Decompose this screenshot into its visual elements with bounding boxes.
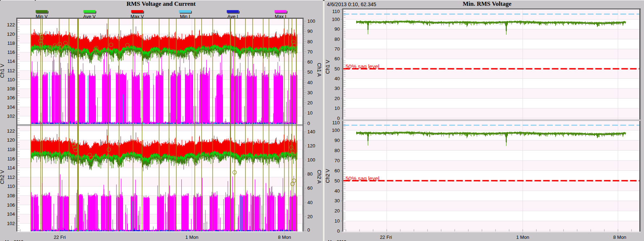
svg-text:30: 30 <box>334 198 340 203</box>
svg-text:60: 60 <box>334 168 340 173</box>
svg-text:110: 110 <box>332 9 340 14</box>
svg-text:10: 10 <box>307 110 312 116</box>
svg-text:0: 0 <box>337 228 340 234</box>
svg-text:80: 80 <box>334 36 340 42</box>
svg-text:Min V: Min V <box>35 14 48 19</box>
svg-text:60: 60 <box>307 185 312 191</box>
svg-text:50: 50 <box>307 69 312 75</box>
svg-text:Ch2 V: Ch2 V <box>325 169 331 183</box>
svg-text:110: 110 <box>7 184 15 189</box>
svg-text:1 Mon: 1 Mon <box>516 234 529 240</box>
svg-text:116: 116 <box>7 156 15 162</box>
svg-text:50: 50 <box>334 66 340 72</box>
svg-text:40: 40 <box>307 200 312 205</box>
svg-text:122: 122 <box>7 22 15 27</box>
svg-text:50: 50 <box>334 178 340 184</box>
svg-text:90: 90 <box>334 138 340 143</box>
svg-text:Min I: Min I <box>180 14 190 19</box>
svg-text:122: 122 <box>7 128 15 134</box>
svg-text:70: 70 <box>334 46 340 52</box>
svg-text:80: 80 <box>307 171 312 177</box>
svg-text:40: 40 <box>307 80 312 85</box>
svg-text:20: 20 <box>334 96 340 101</box>
svg-text:108: 108 <box>7 193 15 198</box>
svg-text:60: 60 <box>307 59 312 65</box>
svg-text:20: 20 <box>307 100 312 106</box>
svg-text:10: 10 <box>334 106 340 111</box>
svg-text:114: 114 <box>7 165 15 171</box>
svg-text:114: 114 <box>7 59 15 64</box>
svg-text:102: 102 <box>7 113 15 119</box>
svg-text:110: 110 <box>7 77 15 82</box>
svg-text:Min. RMS Voltage: Min. RMS Voltage <box>463 0 512 7</box>
svg-text:80: 80 <box>307 39 312 44</box>
svg-text:10: 10 <box>334 218 340 224</box>
svg-text:120: 120 <box>307 143 315 149</box>
svg-text:20: 20 <box>334 208 340 214</box>
svg-text:118: 118 <box>7 40 15 46</box>
svg-text:120: 120 <box>7 31 15 37</box>
svg-text:90: 90 <box>307 29 312 34</box>
svg-text:80: 80 <box>334 148 340 153</box>
svg-text:70: 70 <box>334 158 340 163</box>
svg-text:100: 100 <box>332 128 340 133</box>
svg-text:102: 102 <box>7 221 15 226</box>
svg-text:Max V: Max V <box>131 14 144 19</box>
svg-text:100: 100 <box>307 18 315 24</box>
svg-text:Ch2 A: Ch2 A <box>316 170 322 184</box>
svg-text:Mar 2013: Mar 2013 <box>5 240 24 241</box>
svg-text:118: 118 <box>7 147 15 152</box>
svg-text:140: 140 <box>307 129 315 134</box>
svg-text:8 Mon: 8 Mon <box>613 234 626 240</box>
svg-text:Ch1 V: Ch1 V <box>0 64 5 78</box>
svg-text:116: 116 <box>7 50 15 55</box>
svg-text:60: 60 <box>334 56 340 61</box>
svg-text:Ave I: Ave I <box>227 14 238 19</box>
svg-text:0: 0 <box>307 121 310 126</box>
svg-text:104: 104 <box>7 104 15 110</box>
svg-text:22 Fri: 22 Fri <box>380 234 392 240</box>
svg-text:20: 20 <box>307 214 312 219</box>
svg-text:100: 100 <box>332 17 340 22</box>
svg-text:40: 40 <box>334 76 340 81</box>
svg-text:RMS Voltage and Current: RMS Voltage and Current <box>127 0 196 7</box>
svg-text:Mar 2013: Mar 2013 <box>328 240 346 241</box>
svg-text:Ch1 V: Ch1 V <box>325 60 331 74</box>
svg-text:112: 112 <box>7 68 15 73</box>
svg-text:8 Mon: 8 Mon <box>278 234 291 240</box>
svg-text:Ch2 V: Ch2 V <box>0 170 5 184</box>
svg-text:22 Fri: 22 Fri <box>54 234 66 240</box>
svg-text:70: 70 <box>307 49 312 55</box>
svg-text:Ave V: Ave V <box>83 14 96 19</box>
svg-text:40: 40 <box>334 188 340 194</box>
svg-text:30: 30 <box>307 90 312 95</box>
svg-text:0: 0 <box>307 227 310 233</box>
svg-text:108: 108 <box>7 86 15 91</box>
svg-text:Ch1 A: Ch1 A <box>316 63 322 77</box>
svg-text:1 Mon: 1 Mon <box>185 234 198 240</box>
svg-text:90: 90 <box>334 26 340 32</box>
svg-text:100: 100 <box>307 157 315 163</box>
svg-text:106: 106 <box>7 95 15 100</box>
svg-text:4/6/2013 0:10, 62.345: 4/6/2013 0:10, 62.345 <box>327 1 376 7</box>
svg-text:110: 110 <box>332 120 340 125</box>
svg-text:50% sag level: 50% sag level <box>346 63 379 69</box>
svg-text:106: 106 <box>7 202 15 208</box>
svg-text:120: 120 <box>7 137 15 143</box>
svg-text:Max I: Max I <box>275 14 286 19</box>
svg-text:112: 112 <box>7 175 15 180</box>
svg-text:50% sag level: 50% sag level <box>346 175 379 181</box>
svg-text:30: 30 <box>334 86 340 91</box>
svg-text:104: 104 <box>7 211 15 217</box>
